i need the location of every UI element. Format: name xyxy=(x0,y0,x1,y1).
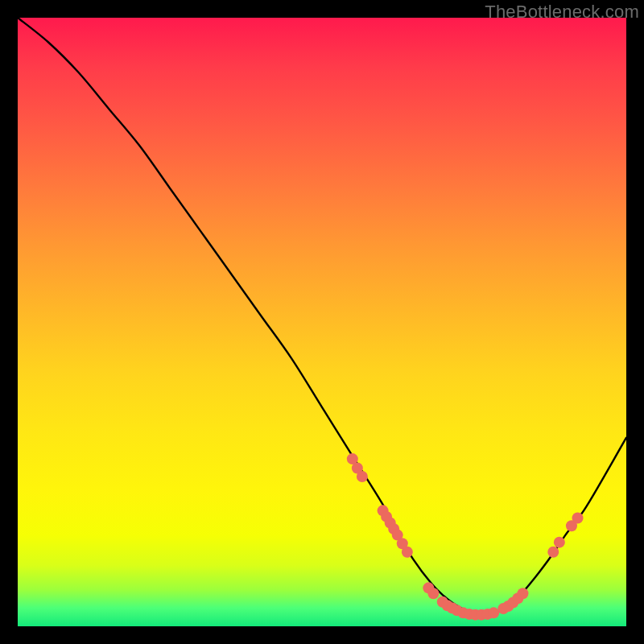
data-dot xyxy=(547,547,559,558)
data-dot xyxy=(488,607,499,618)
data-dot xyxy=(517,588,528,599)
bottleneck-curve xyxy=(18,18,626,615)
data-dot xyxy=(554,537,565,548)
plot-area xyxy=(18,18,626,626)
data-dot xyxy=(402,547,413,558)
data-dot xyxy=(572,512,584,523)
data-dot xyxy=(357,471,368,482)
curve-layer xyxy=(18,18,626,626)
chart-frame xyxy=(18,18,626,626)
watermark-text: TheBottleneck.com xyxy=(485,2,639,23)
data-dot xyxy=(427,588,439,599)
curve-dots xyxy=(347,453,584,621)
